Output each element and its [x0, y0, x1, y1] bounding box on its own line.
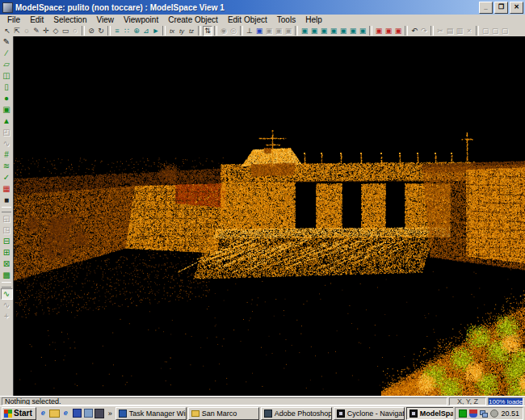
window-layout-3-button[interactable]: ▢	[500, 26, 510, 36]
tray-shield-icon[interactable]	[469, 410, 477, 418]
cloud-density-button[interactable]: ∷	[122, 26, 132, 36]
keyframe-play-button[interactable]: ▣	[284, 26, 293, 36]
constrain-y-button[interactable]: ty	[177, 26, 187, 36]
object-delete-button[interactable]: ▦	[1, 183, 13, 195]
select-arrow-button[interactable]: ↖	[2, 26, 12, 36]
limit-box-button[interactable]: ▩	[1, 270, 13, 281]
object-verify-button[interactable]: ✓	[1, 172, 13, 183]
fit-plane-button[interactable]: ◫	[1, 70, 13, 82]
task-button-task-manager-windows[interactable]: Task Manager Windows	[116, 407, 187, 420]
fit-cone-button[interactable]: ▲	[1, 116, 13, 127]
ie-icon[interactable]: e	[38, 408, 48, 418]
slab-object-button[interactable]: ⊞	[1, 247, 13, 258]
quick-launch-overflow[interactable]: »	[107, 410, 114, 418]
measure-tool-button[interactable]: ⊿	[141, 26, 151, 36]
redo-button[interactable]: ↷	[419, 26, 429, 36]
task-button-adobe-photoshop[interactable]: Adobe Photoshop	[261, 407, 332, 420]
level-viewpoint-button[interactable]: ⇅	[203, 26, 212, 36]
menu-edit[interactable]: Edit	[25, 15, 48, 25]
select-add-button[interactable]: ⇱	[12, 26, 22, 36]
camera-view-7-button[interactable]: ▣	[358, 26, 368, 36]
menu-selection[interactable]: Selection	[48, 15, 91, 25]
camera-view-5-button[interactable]: ▣	[338, 26, 348, 36]
window-layout-1-button[interactable]: ▢	[481, 26, 490, 36]
view-mode-perspective-button[interactable]: ◉	[219, 26, 229, 36]
handle-edit-button[interactable]: ∿	[1, 300, 13, 311]
fit-corner-button[interactable]: ◰	[1, 127, 13, 138]
constrain-x-button[interactable]: tx	[167, 26, 177, 36]
region-select-button[interactable]: ○	[70, 26, 80, 36]
camera-home-button[interactable]: ▣	[374, 26, 384, 36]
camera-view-6-button[interactable]: ▣	[348, 26, 358, 36]
fit-cylinder-button[interactable]: ▯	[1, 82, 13, 93]
handle-add-button[interactable]: +	[1, 311, 13, 322]
keyframe-next-button[interactable]: ▣	[274, 26, 284, 36]
region-grow-button[interactable]: ◱	[1, 213, 13, 225]
start-button[interactable]: Start	[2, 407, 36, 420]
close-button[interactable]: ✕	[510, 2, 523, 14]
region-shrink-button[interactable]: ◳	[1, 225, 13, 236]
fit-line-button[interactable]: ∕	[1, 48, 13, 59]
tray-status-icon[interactable]	[459, 410, 467, 418]
camera-restore-button[interactable]: ▣	[393, 26, 403, 36]
task-button-san-marco[interactable]: San Marco	[188, 407, 259, 420]
menu-help[interactable]: Help	[300, 15, 327, 25]
modelspace-viewport[interactable]	[14, 36, 525, 396]
pick-point-tool-button[interactable]: ⊕	[132, 26, 141, 36]
menu-edit-object[interactable]: Edit Object	[223, 15, 272, 25]
fit-mesh-button[interactable]: #	[1, 149, 13, 161]
camera-view-4-button[interactable]: ▣	[329, 26, 338, 36]
fence-select-button[interactable]: ◌	[22, 26, 32, 36]
folder-icon[interactable]	[49, 408, 60, 418]
camera-view-1-button[interactable]: ▣	[300, 26, 309, 36]
copy-button[interactable]: ▤	[445, 26, 455, 36]
camera-store-button[interactable]: ▣	[384, 26, 393, 36]
constrain-z-button[interactable]: tz	[187, 26, 196, 36]
edit-handles-button[interactable]: ∿	[1, 288, 13, 300]
photoshop-quick-icon[interactable]	[94, 408, 105, 418]
minimize-button[interactable]: _	[479, 2, 493, 14]
ie2-icon[interactable]: e	[61, 408, 71, 418]
slice-object-button[interactable]: ⊟	[1, 236, 13, 247]
world-axis-button[interactable]: ⊥	[245, 26, 254, 36]
undo-button[interactable]: ↶	[410, 26, 419, 36]
keyframe-add-button[interactable]: ▣	[264, 26, 274, 36]
tray-network-icon[interactable]	[480, 410, 488, 418]
camera-view-2-button[interactable]: ▣	[309, 26, 319, 36]
paste-button[interactable]: ▥	[455, 26, 464, 36]
fence-polygon-button[interactable]: ◇	[51, 26, 61, 36]
camera-current-button[interactable]: ▣	[254, 26, 264, 36]
camera-view-3-button[interactable]: ▣	[319, 26, 329, 36]
view-mode-ortho-button[interactable]: ◎	[229, 26, 238, 36]
fit-patch-button[interactable]: ▱	[1, 59, 13, 70]
window-app-icon[interactable]	[83, 408, 94, 418]
orbit-tool-button[interactable]: ↻	[96, 26, 106, 36]
cut-reference-button[interactable]: ⊠	[1, 258, 13, 270]
fit-smooth-surface-button[interactable]: ∿	[1, 138, 13, 149]
zoom-tool-button[interactable]: ⊘	[86, 26, 96, 36]
fence-rectangle-button[interactable]: ▭	[61, 26, 70, 36]
object-info-button[interactable]: ■	[1, 195, 13, 206]
delete-button[interactable]: ×	[464, 26, 474, 36]
window-layout-2-button[interactable]: ▢	[490, 26, 500, 36]
menu-file[interactable]: File	[2, 15, 25, 25]
fit-box-button[interactable]: ▣	[1, 104, 13, 116]
markup-tool-button[interactable]: ►	[151, 26, 161, 36]
menu-view[interactable]: View	[92, 15, 120, 25]
draw-segment-button[interactable]: ✎	[1, 36, 13, 48]
translate-tool-button[interactable]: ✛	[41, 26, 51, 36]
task-button-cyclone-navigator[interactable]: Cyclone - Navigator	[334, 407, 405, 420]
maximize-button[interactable]: ❐	[494, 2, 508, 14]
blue-app-icon[interactable]	[72, 408, 82, 418]
point-cloud-canvas[interactable]	[14, 36, 525, 396]
seek-tool-button[interactable]: ≡	[112, 26, 122, 36]
menu-tools[interactable]: Tools	[272, 15, 300, 25]
cut-button[interactable]: ✂	[435, 26, 445, 36]
menu-create-object[interactable]: Create Object	[163, 15, 223, 25]
draw-line-tool-button[interactable]: ✎	[32, 26, 41, 36]
menu-viewpoint[interactable]: Viewpoint	[119, 15, 163, 25]
fit-sphere-button[interactable]: ●	[1, 93, 13, 104]
tray-volume-icon[interactable]	[490, 410, 498, 418]
fit-contour-button[interactable]: ≋	[1, 161, 13, 172]
task-button-modelspace-pulito-n[interactable]: ModelSpace: pulito (n...	[406, 407, 454, 420]
